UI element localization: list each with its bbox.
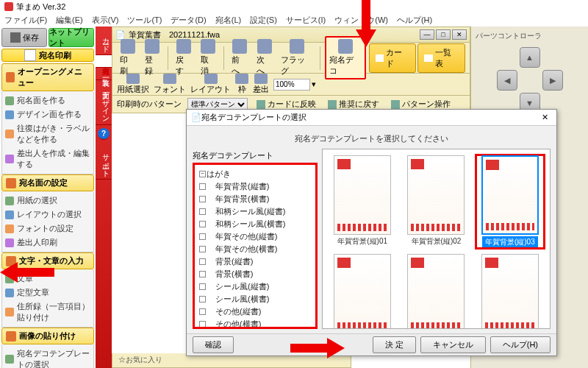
tab-card[interactable]: カード [96, 26, 112, 55]
thumbnail[interactable] [329, 254, 396, 329]
thumbnail[interactable]: 年賀背景(縦)02 [402, 155, 470, 248]
maximize-button[interactable]: □ [436, 29, 451, 40]
toolbar-前へ[interactable]: 前へ [229, 38, 251, 78]
menu-data[interactable]: データ(D) [171, 15, 206, 25]
tree-node[interactable]: 和柄シール風(縦書) [198, 205, 312, 218]
section-item[interactable]: レイアウトの選択 [5, 208, 90, 222]
toolbar-印刷[interactable]: 印刷 [117, 38, 139, 78]
menu-help[interactable]: ヘルプ(H) [397, 15, 432, 25]
dialog-close-button[interactable]: ✕ [537, 113, 552, 122]
thumbnail-card [407, 155, 465, 235]
save-label: 保存 [23, 32, 39, 43]
layout-用紙選択[interactable]: 用紙選択 [117, 74, 149, 95]
template-tree[interactable]: はがき年賀背景(縦書)年賀背景(横書)和柄シール風(縦書)和柄シール風(横書)年… [193, 163, 318, 329]
section-item[interactable]: 差出人印刷 [5, 236, 90, 250]
minimize-button[interactable]: — [420, 29, 434, 40]
toolbar-icon [121, 39, 135, 54]
confirm-button[interactable]: 確認 [193, 336, 234, 353]
section-header[interactable]: 宛名面の設定 [1, 174, 94, 191]
tree-node[interactable]: その他(縦書) [198, 305, 312, 318]
item-icon [5, 308, 14, 316]
section-item[interactable]: 用紙の選択 [5, 194, 90, 208]
section-body: 宛名デコテンプレートの選択イラスト・素材ボックスデザインツール [1, 344, 94, 368]
section-header[interactable]: オープニングメニュー [1, 63, 94, 91]
tree-node[interactable]: 年賀背景(縦書) [198, 180, 312, 193]
zoom-input[interactable] [273, 79, 310, 91]
tree-node[interactable]: 年賀その他(横書) [198, 243, 312, 255]
layout-icon [204, 74, 218, 84]
menu-service[interactable]: サービス(I) [286, 15, 326, 25]
thumbnail[interactable] [402, 254, 470, 329]
view-カード[interactable]: カード [369, 43, 417, 73]
item-icon [5, 110, 14, 119]
layout-差出[interactable]: 差出 [253, 74, 269, 95]
zoom-dropdown-icon[interactable]: ▾ [312, 79, 316, 89]
tab-atena[interactable]: 宛名 [96, 55, 112, 68]
item-icon [5, 155, 14, 163]
tree-node[interactable]: 背景(横書) [198, 268, 312, 280]
section-item[interactable]: 定型文章 [5, 286, 90, 300]
tree-node[interactable]: 和柄シール風(横書) [198, 218, 312, 230]
tree-node[interactable]: 年賀背景(横書) [198, 193, 312, 205]
menu-file[interactable]: ファイル(F) [4, 15, 47, 25]
toolbar-取消[interactable]: 取消 [198, 38, 220, 78]
thumbnail[interactable] [476, 254, 544, 329]
dpad-up[interactable]: ▲ [520, 47, 540, 68]
tab-support[interactable]: サポート [96, 143, 112, 180]
menu-atena[interactable]: 宛名(L) [215, 15, 241, 25]
section-item[interactable]: 宛名デコテンプレートの選択 [5, 347, 90, 368]
dpad-left[interactable]: ◀ [497, 70, 517, 91]
help-button[interactable]: ヘルプ(H) [490, 336, 551, 353]
thumbnail[interactable]: 年賀背景(縦)03 [476, 155, 544, 248]
toolbar-戻す[interactable]: 戻す [173, 38, 195, 78]
menu-view[interactable]: 表示(V) [92, 15, 119, 25]
section-item[interactable]: 住所録（一言項目）貼り付け [5, 300, 90, 325]
ok-button[interactable]: 決 定 [373, 336, 416, 353]
save-button[interactable]: 保存 [1, 28, 47, 47]
menu-edit[interactable]: 編集(E) [56, 15, 83, 25]
tree-label: 宛名デコテンプレート [193, 149, 318, 163]
section-item[interactable]: 宛名面を作る [5, 93, 90, 107]
section-item[interactable]: 往復はがき・ラベルなどを作る [5, 121, 90, 146]
atena-print-button[interactable]: 宛名印刷 [1, 49, 94, 62]
layout-レイアウト[interactable]: レイアウト [190, 74, 231, 95]
tree-node[interactable]: はがき [198, 168, 312, 180]
netprint-button[interactable]: ネットプリント [49, 28, 94, 47]
section-item[interactable]: フォントの設定 [5, 222, 90, 236]
section-header[interactable]: 画像の貼り付け [1, 328, 94, 344]
pattern-label: 印刷時のパターン [117, 99, 182, 110]
view-一覧表[interactable]: 一覧表 [417, 43, 465, 73]
section-item[interactable]: デザイン面を作る [5, 107, 90, 121]
menu-settings[interactable]: 設定(S) [250, 15, 277, 25]
section-body: 用紙の選択レイアウトの選択フォントの設定差出人印刷 [1, 191, 94, 252]
thumbnail-card [334, 254, 391, 329]
layout-枠[interactable]: 枠 [235, 74, 248, 95]
cancel-button[interactable]: キャンセル [420, 336, 486, 353]
toolbar-登録[interactable]: 登録 [142, 38, 164, 78]
layout-icon [163, 74, 176, 84]
item-icon [5, 96, 14, 105]
tree-node[interactable]: シール風(縦書) [198, 280, 312, 293]
postcard-icon [24, 49, 36, 61]
tab-help[interactable]: ? [98, 128, 110, 140]
annotation-arrow-bottom [290, 338, 345, 358]
thumbnail[interactable]: 年賀背景(縦)01 [329, 155, 396, 248]
tree-node[interactable]: 背景(縦書) [198, 255, 312, 268]
dialog-title: 宛名デコテンプレートの選択 [201, 112, 306, 123]
menu-tool[interactable]: ツール(T) [127, 15, 162, 25]
close-button[interactable]: ✕ [452, 29, 467, 40]
tab-design[interactable]: 文面デザイン [96, 80, 112, 125]
toolbar-icon [257, 39, 272, 54]
tree-node[interactable]: 年賀その他(縦書) [198, 230, 312, 243]
layout-フォント[interactable]: フォント [154, 74, 186, 95]
item-icon [5, 355, 14, 364]
tree-node[interactable]: その他(横書) [198, 318, 312, 329]
dpad-right[interactable]: ▶ [542, 70, 563, 91]
toolbar-フラッグ[interactable]: フラッグ [278, 38, 315, 78]
tab-list[interactable]: 一覧表 [96, 68, 112, 80]
tree-node[interactable]: シール風(横書) [198, 293, 312, 305]
toolbar-main: 印刷登録戻す取消前へ次へフラッグ宛名デコカード一覧表 [112, 43, 470, 74]
toolbar-icon [145, 39, 159, 54]
toolbar-次へ[interactable]: 次へ [254, 38, 276, 78]
section-item[interactable]: 差出人を作成・編集する [5, 146, 90, 171]
